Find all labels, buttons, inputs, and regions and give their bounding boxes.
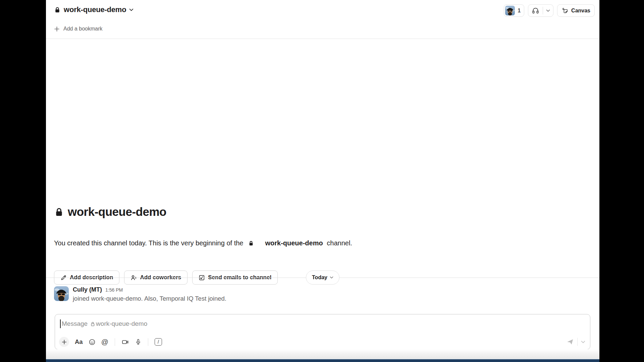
- schedule-send-button[interactable]: [581, 341, 585, 344]
- intro-channel-name: work-queue-demo: [265, 239, 323, 247]
- channel-title: work-queue-demo: [64, 5, 126, 14]
- channel-intro-title: work-queue-demo: [54, 205, 352, 219]
- mention-button[interactable]: @: [101, 338, 108, 346]
- divider: [46, 39, 599, 39]
- plus-icon: [54, 26, 60, 32]
- lock-icon: [54, 6, 61, 13]
- members-button[interactable]: 1: [504, 4, 524, 17]
- intro-text: channel.: [325, 239, 352, 247]
- headphones-icon: [532, 7, 539, 14]
- canvas-icon: [561, 7, 569, 14]
- message-composer: Message work-queue-demo Aa @: [55, 314, 590, 350]
- canvas-label: Canvas: [571, 8, 590, 14]
- message-row: Cully (MT) 1:56 PM joined work-queue-dem…: [54, 286, 226, 302]
- window-bottom-edge: [46, 349, 599, 359]
- date-label: Today: [312, 275, 327, 281]
- date-divider: Today: [46, 270, 599, 285]
- slack-channel-view: work-queue-demo 1 Ca: [46, 0, 599, 362]
- add-bookmark-label: Add a bookmark: [63, 26, 103, 32]
- date-pill-button[interactable]: Today: [306, 270, 339, 285]
- text-cursor: [60, 319, 61, 328]
- composer-placeholder: Message: [62, 320, 88, 327]
- add-bookmark-button[interactable]: Add a bookmark: [54, 26, 103, 32]
- lock-icon: [248, 225, 263, 261]
- emoji-button[interactable]: [89, 339, 96, 346]
- huddle-button: [528, 4, 553, 17]
- avatar[interactable]: [54, 286, 69, 301]
- divider: [577, 338, 578, 346]
- member-count: 1: [518, 8, 521, 14]
- attach-button[interactable]: [59, 337, 69, 347]
- huddle-toggle[interactable]: [528, 5, 543, 16]
- huddle-options-button[interactable]: [543, 9, 553, 12]
- channel-intro-name: work-queue-demo: [68, 205, 166, 219]
- chevron-down-icon: [330, 276, 333, 279]
- message-author[interactable]: Cully (MT): [73, 286, 102, 293]
- message-timestamp[interactable]: 1:56 PM: [105, 287, 123, 293]
- divider: [115, 338, 115, 346]
- composer-placeholder-channel: work-queue-demo: [96, 320, 147, 327]
- message-body: joined work-queue-demo. Also, Temporal I…: [73, 295, 226, 302]
- message-input[interactable]: Message work-queue-demo: [60, 319, 585, 328]
- header-actions: 1 Canvas: [504, 4, 595, 17]
- lock-icon: [90, 321, 95, 326]
- composer-toolbar: Aa @ /: [59, 337, 585, 347]
- video-clip-button[interactable]: [121, 338, 129, 346]
- shortcuts-button[interactable]: /: [155, 338, 162, 346]
- send-button[interactable]: [567, 339, 574, 345]
- chevron-down-icon: [129, 8, 133, 11]
- formatting-button[interactable]: Aa: [75, 338, 83, 346]
- intro-text: You created this channel today. This is …: [54, 239, 245, 247]
- channel-intro-description: You created this channel today. This is …: [54, 225, 352, 261]
- message-content: Cully (MT) 1:56 PM joined work-queue-dem…: [73, 286, 226, 302]
- channel-header-title[interactable]: work-queue-demo: [54, 5, 133, 14]
- slash-icon: /: [155, 338, 162, 346]
- send-controls: [567, 338, 585, 346]
- lock-icon: [54, 207, 64, 217]
- workspace-theme-bar: [46, 359, 599, 362]
- canvas-button[interactable]: Canvas: [557, 4, 595, 17]
- divider: [148, 338, 148, 346]
- audio-clip-button[interactable]: [135, 338, 142, 346]
- avatar: [505, 6, 515, 15]
